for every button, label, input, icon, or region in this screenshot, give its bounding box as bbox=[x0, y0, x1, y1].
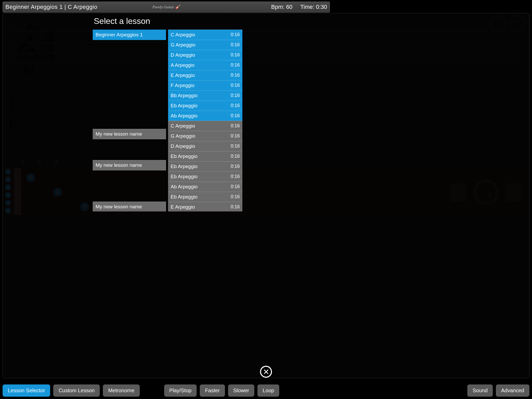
time-label: Time: 0:30 bbox=[300, 4, 327, 10]
lesson-item-duration: 0:16 bbox=[231, 143, 240, 149]
brand-logo: Purely Guitar 🎸 bbox=[152, 5, 180, 9]
lesson-item-duration: 0:16 bbox=[231, 62, 240, 68]
lesson-item-name: E Arpeggio bbox=[171, 204, 195, 210]
lesson-item[interactable]: Eb Arpeggio0:16 bbox=[168, 101, 242, 111]
lesson-item[interactable]: D Arpeggio0:16 bbox=[168, 50, 242, 60]
lesson-item-duration: 0:16 bbox=[231, 184, 240, 190]
lesson-list[interactable]: C Arpeggio0:16G Arpeggio0:16D Arpeggio0:… bbox=[168, 30, 242, 211]
lesson-pack-item[interactable]: My new lesson name bbox=[93, 202, 166, 211]
lesson-item-duration: 0:16 bbox=[231, 93, 240, 98]
lesson-item[interactable]: C Arpeggio0:16 bbox=[168, 121, 242, 131]
lesson-item-duration: 0:16 bbox=[231, 133, 240, 139]
lesson-item-name: F Arpeggio bbox=[171, 83, 195, 88]
lesson-item[interactable]: Ab Arpeggio0:16 bbox=[168, 182, 242, 192]
lesson-item-duration: 0:16 bbox=[231, 103, 240, 109]
lesson-item-name: Ab Arpeggio bbox=[171, 113, 198, 119]
lesson-item-name: C Arpeggio bbox=[171, 123, 195, 129]
lesson-item-duration: 0:16 bbox=[231, 204, 240, 210]
lesson-item-name: Ab Arpeggio bbox=[171, 184, 198, 190]
lesson-item-name: Eb Arpeggio bbox=[171, 174, 198, 179]
notation-stage: 𝄞 4 4 T A B 1 2 3 E B G D A E C E C Sele… bbox=[3, 13, 332, 249]
bpm-label: Bpm: 60 bbox=[271, 4, 292, 10]
lesson-pack-item[interactable]: My new lesson name bbox=[93, 129, 166, 139]
lesson-item[interactable]: D Arpeggio0:16 bbox=[168, 141, 242, 151]
lesson-item-name: Eb Arpeggio bbox=[171, 194, 198, 200]
lesson-item-name: D Arpeggio bbox=[171, 143, 195, 149]
dialog-heading: Select a lesson bbox=[94, 16, 243, 26]
lesson-item[interactable]: Eb Arpeggio0:16 bbox=[168, 151, 242, 161]
top-bar: Beginner Arpeggios 1 | C Arpeggio Purely… bbox=[3, 2, 330, 12]
lesson-item[interactable]: G Arpeggio0:16 bbox=[168, 40, 242, 50]
lesson-item-name: Eb Arpeggio bbox=[171, 103, 198, 109]
lesson-item-name: E Arpeggio bbox=[171, 72, 195, 78]
lesson-item-duration: 0:16 bbox=[231, 164, 240, 169]
lesson-item-duration: 0:16 bbox=[231, 123, 240, 129]
lesson-item[interactable]: Eb Arpeggio0:16 bbox=[168, 192, 242, 202]
lesson-item-duration: 0:16 bbox=[231, 32, 240, 38]
lesson-item[interactable]: Eb Arpeggio0:16 bbox=[168, 161, 242, 171]
lesson-item-duration: 0:16 bbox=[231, 113, 240, 119]
lesson-item-duration: 0:16 bbox=[231, 174, 240, 179]
lesson-item-duration: 0:16 bbox=[231, 42, 240, 48]
lesson-item-name: G Arpeggio bbox=[171, 133, 195, 139]
lesson-item[interactable]: C Arpeggio0:16 bbox=[168, 30, 242, 40]
lesson-item-name: D Arpeggio bbox=[171, 52, 195, 58]
lesson-item[interactable]: E Arpeggio0:16 bbox=[168, 202, 242, 211]
lesson-selector-dialog: Select a lesson Beginner Arpeggios 1My n… bbox=[93, 16, 243, 216]
lesson-pack-item[interactable]: My new lesson name bbox=[93, 160, 166, 170]
lesson-pack-list[interactable]: Beginner Arpeggios 1My new lesson nameMy… bbox=[93, 30, 166, 211]
lesson-item[interactable]: Eb Arpeggio0:16 bbox=[168, 171, 242, 182]
lesson-item-duration: 0:16 bbox=[231, 194, 240, 200]
lesson-item-name: Eb Arpeggio bbox=[171, 154, 198, 159]
lesson-item[interactable]: F Arpeggio0:16 bbox=[168, 80, 242, 90]
lesson-item-name: C Arpeggio bbox=[171, 32, 195, 38]
lesson-item-duration: 0:16 bbox=[231, 83, 240, 88]
lesson-item-name: G Arpeggio bbox=[171, 42, 195, 48]
lesson-pack-item[interactable]: Beginner Arpeggios 1 bbox=[93, 30, 166, 40]
lesson-item-name: Bb Arpeggio bbox=[171, 93, 198, 98]
lesson-item[interactable]: A Arpeggio0:16 bbox=[168, 60, 242, 70]
lesson-item[interactable]: E Arpeggio0:16 bbox=[168, 70, 242, 80]
lesson-item-duration: 0:16 bbox=[231, 72, 240, 78]
lesson-item[interactable]: G Arpeggio0:16 bbox=[168, 131, 242, 141]
lesson-item-duration: 0:16 bbox=[231, 154, 240, 159]
lesson-item[interactable]: Bb Arpeggio0:16 bbox=[168, 90, 242, 101]
lesson-item-name: Eb Arpeggio bbox=[171, 164, 198, 169]
lesson-item-duration: 0:16 bbox=[231, 52, 240, 58]
lesson-item-name: A Arpeggio bbox=[171, 62, 195, 68]
page-title: Beginner Arpeggios 1 | C Arpeggio bbox=[5, 4, 97, 10]
lesson-item[interactable]: Ab Arpeggio0:16 bbox=[168, 111, 242, 121]
